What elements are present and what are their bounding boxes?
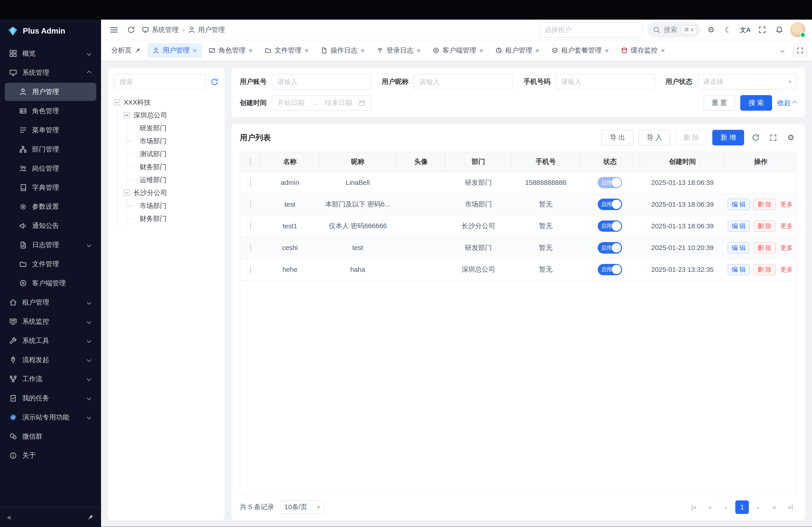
sidebar-item-menu-management[interactable]: 菜单管理 bbox=[5, 121, 96, 139]
breadcrumb-item-user[interactable]: 用户管理 bbox=[188, 25, 225, 34]
hamburger-menu-button[interactable] bbox=[108, 24, 120, 36]
last-page-button[interactable]: »| bbox=[784, 500, 797, 514]
refresh-page-button[interactable] bbox=[125, 24, 137, 36]
reset-button[interactable]: 重 置 bbox=[704, 95, 735, 111]
settings-gear-button[interactable]: ⚙ bbox=[705, 24, 717, 36]
edit-button[interactable]: 编 辑 bbox=[728, 242, 750, 254]
sidebar-item-system-tools[interactable]: 系统工具 bbox=[5, 332, 96, 350]
jump-forward-button[interactable]: » bbox=[768, 500, 781, 514]
fullscreen-button[interactable] bbox=[756, 24, 768, 36]
breadcrumb-item-system[interactable]: 系统管理 bbox=[142, 25, 179, 34]
tab-tenant-package-management[interactable]: 租户套餐管理 × bbox=[546, 43, 614, 58]
sidebar-item-dept-management[interactable]: 部门管理 bbox=[5, 140, 96, 158]
user-avatar[interactable] bbox=[791, 22, 806, 37]
edit-button[interactable]: 编 辑 bbox=[728, 264, 750, 275]
status-toggle[interactable]: 启用 bbox=[598, 199, 622, 210]
add-button[interactable]: 新 增 bbox=[712, 130, 744, 146]
tab-client-management[interactable]: 客户端管理 × bbox=[427, 43, 489, 58]
search-button[interactable]: 搜 索 bbox=[740, 95, 772, 111]
status-toggle[interactable]: 启用 bbox=[598, 264, 622, 275]
sidebar-item-tenant-management[interactable]: 租户管理 bbox=[5, 293, 96, 311]
row-checkbox[interactable] bbox=[250, 243, 251, 252]
sidebar-item-post-management[interactable]: 岗位管理 bbox=[5, 160, 96, 177]
status-select[interactable]: 请选择 ▾ bbox=[698, 74, 797, 90]
row-checkbox[interactable] bbox=[250, 200, 251, 209]
sidebar-item-role-management[interactable]: 角色管理 bbox=[5, 102, 96, 120]
pin-icon[interactable] bbox=[135, 47, 141, 54]
tab-cache-monitor[interactable]: 缓存监控 × bbox=[616, 43, 670, 58]
sidebar-item-param-settings[interactable]: 参数设置 bbox=[5, 198, 96, 216]
first-page-button[interactable]: |« bbox=[687, 500, 701, 514]
sidebar-item-system-monitor[interactable]: 系统监控 bbox=[5, 312, 96, 330]
delete-row-button[interactable]: 删 除 bbox=[754, 242, 776, 254]
sidebar-item-my-tasks[interactable]: 我的任务 bbox=[5, 389, 96, 407]
close-icon[interactable]: × bbox=[361, 47, 365, 54]
status-toggle[interactable]: 启用 bbox=[598, 242, 622, 254]
close-icon[interactable]: × bbox=[605, 47, 609, 54]
sidebar-item-overview[interactable]: 概览 bbox=[5, 44, 96, 62]
import-button[interactable]: 导 入 bbox=[639, 130, 670, 146]
tree-collapse-icon[interactable] bbox=[114, 99, 120, 105]
tenant-select-input[interactable] bbox=[539, 22, 643, 37]
row-checkbox[interactable] bbox=[250, 265, 251, 274]
sidebar-item-dict-management[interactable]: 字典管理 bbox=[5, 179, 96, 197]
page-size-select[interactable]: 10条/页 ▾ bbox=[280, 500, 324, 514]
close-icon[interactable]: × bbox=[417, 47, 421, 54]
status-toggle[interactable]: 启用 bbox=[598, 221, 622, 232]
nickname-input[interactable] bbox=[414, 74, 513, 90]
sidebar-item-file-management[interactable]: 文件管理 bbox=[5, 255, 96, 273]
delete-row-button[interactable]: 删 除 bbox=[754, 199, 776, 210]
sidebar-item-system-management[interactable]: 系统管理 bbox=[5, 63, 96, 81]
delete-button[interactable]: 删 除 bbox=[676, 130, 707, 146]
dark-mode-moon-button[interactable]: ☾ bbox=[722, 24, 735, 36]
tab-file-management[interactable]: 文件管理 × bbox=[260, 43, 314, 58]
tree-leaf-dept[interactable]: 财务部门 bbox=[133, 161, 219, 174]
tree-node-changsha[interactable]: 长沙分公司 bbox=[124, 186, 218, 199]
sidebar-item-wechat-group[interactable]: 微信群 bbox=[5, 427, 96, 446]
row-checkbox[interactable] bbox=[250, 222, 251, 230]
notifications-bell-button[interactable] bbox=[773, 24, 786, 36]
tab-login-log[interactable]: 登录日志 × bbox=[372, 43, 426, 58]
tree-node-root[interactable]: XXX科技 bbox=[114, 96, 219, 109]
sidebar-item-log-management[interactable]: 日志管理 bbox=[5, 236, 96, 254]
sidebar-item-notice[interactable]: 通知公告 bbox=[5, 217, 96, 235]
tree-node-shenzhen[interactable]: 深圳总公司 bbox=[124, 109, 218, 121]
prev-page-button[interactable]: ‹ bbox=[719, 500, 733, 514]
close-icon[interactable]: × bbox=[535, 47, 539, 54]
row-checkbox[interactable] bbox=[250, 178, 251, 187]
close-icon[interactable]: × bbox=[249, 47, 253, 54]
select-all-checkbox[interactable] bbox=[250, 157, 251, 166]
tree-collapse-icon[interactable] bbox=[124, 112, 130, 118]
translate-button[interactable]: 文A bbox=[739, 24, 751, 36]
next-page-button[interactable]: › bbox=[751, 500, 765, 514]
tree-leaf-dept[interactable]: 运维部门 bbox=[133, 174, 219, 186]
tab-user-management[interactable]: 用户管理 × bbox=[147, 43, 202, 58]
sidebar-item-process-start[interactable]: 流程发起 bbox=[5, 351, 96, 369]
tree-leaf-dept[interactable]: 市场部门 bbox=[133, 135, 219, 147]
phone-input[interactable] bbox=[555, 74, 655, 90]
edit-button[interactable]: 编 辑 bbox=[728, 221, 750, 232]
more-button[interactable]: 更多 bbox=[779, 264, 794, 275]
close-icon[interactable]: × bbox=[479, 47, 483, 54]
sidebar-item-user-management[interactable]: 用户管理 bbox=[5, 83, 96, 101]
sidebar-item-about[interactable]: 关于 bbox=[5, 447, 96, 465]
sidebar-item-client-management[interactable]: 客户端管理 bbox=[5, 274, 96, 292]
tab-operation-log[interactable]: 操作日志 × bbox=[316, 43, 370, 58]
close-icon[interactable]: × bbox=[193, 47, 197, 54]
date-range-picker[interactable]: 开始日期 → 结束日期 bbox=[272, 95, 371, 111]
edit-button[interactable]: 编 辑 bbox=[728, 199, 750, 210]
tree-collapse-icon[interactable] bbox=[124, 190, 130, 196]
global-search-button[interactable]: 搜索 ⌘ K bbox=[647, 22, 700, 37]
tabs-fullscreen-button[interactable] bbox=[793, 44, 807, 57]
tab-role-management[interactable]: 角色管理 × bbox=[203, 43, 258, 58]
table-settings-gear-button[interactable]: ⚙ bbox=[784, 132, 797, 144]
tree-leaf-dept[interactable]: 市场部门 bbox=[133, 199, 219, 212]
page-number-button[interactable]: 1 bbox=[735, 500, 749, 514]
export-button[interactable]: 导 出 bbox=[601, 130, 633, 146]
sidebar-collapse-button[interactable]: « bbox=[7, 513, 11, 521]
pin-icon[interactable] bbox=[87, 514, 94, 521]
tree-leaf-dept[interactable]: 研发部门 bbox=[133, 121, 219, 134]
jump-back-button[interactable]: « bbox=[703, 500, 717, 514]
more-button[interactable]: 更多 bbox=[779, 221, 794, 232]
sidebar-item-demo-features[interactable]: 演示站专用功能 bbox=[5, 408, 96, 426]
